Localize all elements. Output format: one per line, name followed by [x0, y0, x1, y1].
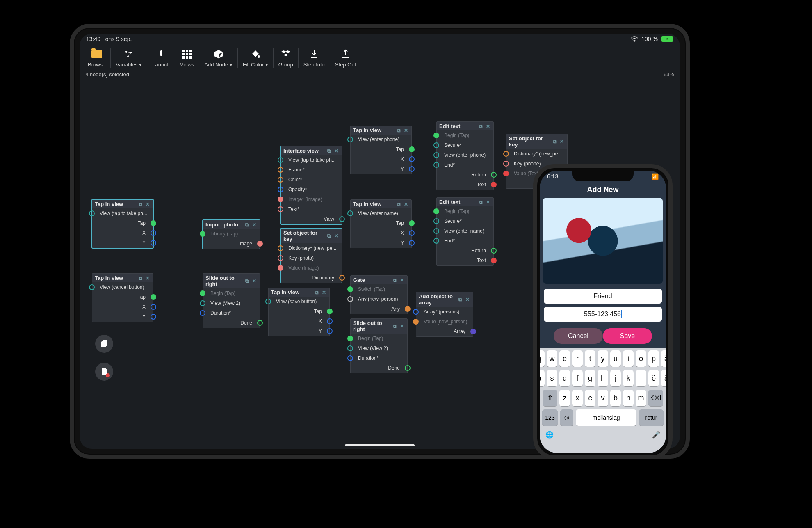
launch-button[interactable]: Launch [147, 48, 175, 68]
key[interactable]: å [661, 350, 666, 367]
port[interactable] [433, 162, 439, 168]
close-icon[interactable]: ✕ [465, 297, 470, 302]
node-header[interactable]: Gate⧉✕ [351, 276, 407, 284]
name-field[interactable]: Friend [544, 289, 662, 304]
close-icon[interactable]: ✕ [333, 233, 339, 239]
copy-icon[interactable]: ⧉ [137, 275, 143, 281]
key[interactable]: d [559, 370, 570, 386]
port[interactable] [89, 284, 95, 290]
port[interactable] [257, 241, 263, 247]
group-button[interactable]: Group [273, 48, 298, 68]
key[interactable]: c [585, 390, 595, 406]
close-icon[interactable]: ✕ [251, 222, 257, 228]
key[interactable]: g [585, 370, 595, 386]
return-key[interactable]: retur [639, 409, 664, 426]
port[interactable] [347, 210, 353, 216]
port[interactable] [491, 248, 497, 254]
node-tap-save[interactable]: Tap in view⧉✕ View (save button) Tap X Y [268, 288, 330, 336]
key[interactable]: p [648, 350, 659, 367]
node-set-object-photo[interactable]: Set object for key⧉✕ Dictionary* (new_pe… [281, 228, 342, 283]
node-header[interactable]: Interface view⧉✕ [281, 146, 342, 155]
key[interactable]: ö [648, 370, 659, 386]
port[interactable] [278, 157, 283, 163]
port[interactable] [151, 314, 156, 320]
close-icon[interactable]: ✕ [399, 323, 405, 329]
port[interactable] [491, 182, 497, 187]
port[interactable] [200, 290, 205, 296]
port[interactable] [347, 286, 353, 292]
port[interactable] [433, 142, 439, 148]
port[interactable] [433, 152, 439, 158]
port[interactable] [278, 265, 283, 271]
port[interactable] [151, 230, 156, 236]
port[interactable] [503, 161, 509, 167]
port[interactable] [409, 146, 415, 152]
node-header[interactable]: Tap in view⧉✕ [92, 200, 153, 208]
node-header[interactable]: Tap in view⧉✕ [351, 200, 411, 208]
port[interactable] [409, 240, 415, 246]
copy-icon[interactable]: ⧉ [326, 233, 332, 239]
port[interactable] [347, 137, 353, 142]
node-header[interactable]: Import photo⧉✕ [203, 220, 260, 229]
step-out-button[interactable]: Step Out [330, 48, 361, 68]
phone-photo[interactable] [543, 198, 663, 284]
space-key[interactable]: mellanslag [576, 409, 636, 426]
node-header[interactable]: Set object for key⧉✕ [281, 229, 342, 243]
close-icon[interactable]: ✕ [403, 201, 409, 207]
port[interactable] [409, 166, 415, 172]
port[interactable] [433, 218, 439, 224]
node-header[interactable]: Set object for key⧉✕ [506, 134, 567, 149]
port[interactable] [278, 167, 283, 173]
globe-icon[interactable]: 🌐 [545, 431, 554, 439]
fill-color-button[interactable]: Fill Color ▾ [237, 48, 273, 68]
close-icon[interactable]: ✕ [333, 148, 339, 154]
port[interactable] [257, 320, 263, 326]
key[interactable]: i [623, 350, 634, 367]
close-icon[interactable]: ✕ [399, 277, 405, 283]
node-interface-view[interactable]: Interface view⧉✕ View (tap to take ph...… [281, 146, 342, 224]
emoji-key[interactable]: ☺ [560, 409, 573, 426]
key[interactable]: o [636, 350, 646, 367]
node-header[interactable]: Tap in view⧉✕ [92, 274, 153, 282]
port[interactable] [413, 319, 419, 325]
copy-icon[interactable]: ⧉ [326, 148, 332, 154]
node-slide-out-2[interactable]: Slide out to right⧉✕ Begin (Tap) View (V… [350, 318, 408, 373]
node-header[interactable]: Tap in view⧉✕ [269, 288, 329, 297]
port[interactable] [503, 171, 509, 176]
port[interactable] [327, 328, 333, 334]
key[interactable]: v [598, 390, 608, 406]
port[interactable] [409, 220, 415, 226]
views-button[interactable]: Views [175, 48, 199, 68]
port[interactable] [151, 294, 156, 300]
port[interactable] [347, 355, 353, 361]
port[interactable] [278, 187, 283, 192]
node-tap-cancel[interactable]: Tap in view⧉✕ View (cancel button) Tap X… [92, 273, 153, 322]
port[interactable] [200, 310, 205, 316]
key[interactable]: a [540, 370, 545, 386]
node-add-to-array[interactable]: Add object to array⧉✕ Array* (persons) V… [416, 292, 473, 337]
copy-icon[interactable]: ⧉ [552, 139, 557, 144]
port[interactable] [265, 299, 271, 304]
key[interactable]: b [610, 390, 621, 406]
node-header[interactable]: Edit text⧉✕ [437, 122, 493, 130]
copy-icon[interactable]: ⧉ [396, 201, 401, 207]
close-icon[interactable]: ✕ [485, 199, 491, 205]
shift-key[interactable]: ⇧ [543, 390, 557, 406]
port[interactable] [433, 208, 439, 214]
port[interactable] [409, 156, 415, 162]
copy-icon[interactable]: ⧉ [392, 323, 397, 329]
port[interactable] [278, 206, 283, 212]
key[interactable]: k [623, 370, 634, 386]
port[interactable] [347, 345, 353, 351]
node-edit-text-name[interactable]: Edit text⧉✕ Begin (Tap) Secure* View (en… [436, 197, 494, 266]
key[interactable]: z [559, 390, 570, 406]
close-icon[interactable]: ✕ [321, 290, 327, 295]
close-icon[interactable]: ✕ [145, 275, 151, 281]
cancel-button[interactable]: Cancel [554, 328, 603, 344]
copy-icon[interactable]: ⧉ [478, 123, 484, 129]
fab-copy[interactable] [95, 335, 113, 353]
port[interactable] [151, 240, 156, 246]
node-tap-in-view-1[interactable]: Tap in view⧉✕ View (tap to take ph... Ta… [92, 199, 153, 248]
port[interactable] [151, 220, 156, 226]
port[interactable] [339, 216, 345, 222]
